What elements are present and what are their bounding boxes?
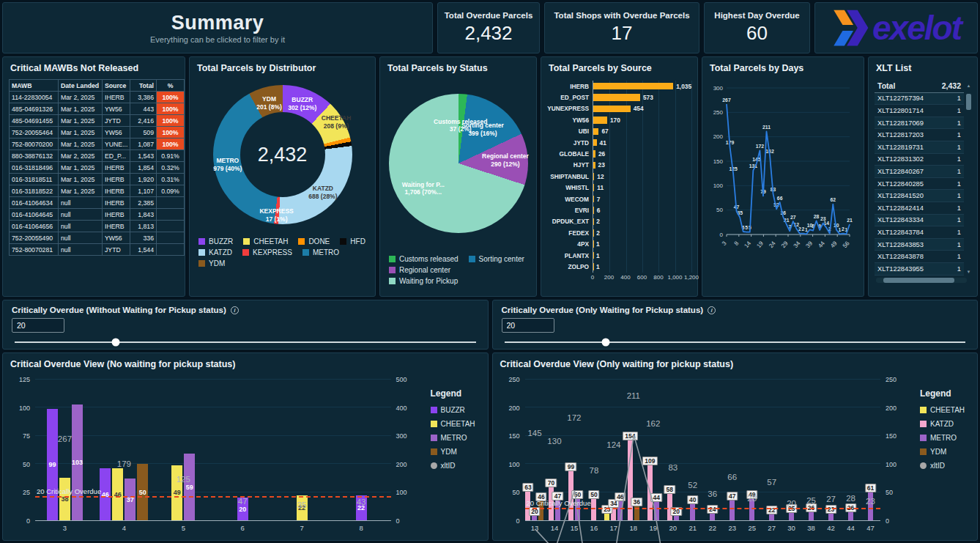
table-row[interactable]: 016-31818511Mar 1, 2025IHERB1,9200.31%: [10, 174, 185, 185]
xlt-row[interactable]: XLT1228438781: [875, 251, 964, 263]
bar[interactable]: [593, 162, 595, 169]
slice-label-ydm: YDM 201 (8%): [256, 95, 282, 111]
table-row[interactable]: 752-20055490nullYW56336: [10, 232, 185, 244]
legend-item-cheetah[interactable]: CHEETAH: [243, 237, 288, 245]
legend-item-metro[interactable]: METRO: [920, 434, 973, 442]
legend-item-buzzr[interactable]: BUZZR: [431, 406, 483, 414]
table-row[interactable]: 016-41064645nullIHERB1,843: [10, 209, 185, 221]
legend-item-hfd[interactable]: HFD: [340, 237, 365, 245]
legend-item-ydm[interactable]: YDM: [198, 259, 225, 267]
scrollbar-thumb[interactable]: [966, 94, 971, 110]
bar[interactable]: [593, 117, 607, 124]
legend-item-katzd[interactable]: KATZD: [920, 420, 973, 428]
scroll-down-icon[interactable]: ▼: [966, 270, 971, 274]
xlt-row[interactable]: XLT1228438531: [875, 238, 964, 251]
xlt-row[interactable]: XLT1228017141: [875, 105, 964, 117]
source-x-axis: 02004006008001,0001,200: [593, 274, 691, 284]
xlt-count-cell: 1: [919, 238, 964, 251]
xlt-row[interactable]: XLT1228437841: [875, 226, 964, 239]
table-row[interactable]: 752-20055464Mar 1, 2025YW56509100%: [10, 127, 185, 138]
xlt-row[interactable]: XLT1228402851: [875, 177, 964, 190]
gridline: [658, 216, 659, 227]
bar[interactable]: [593, 139, 597, 147]
table-row[interactable]: 485-04691455Mar 1, 2025JYTD2,416100%: [10, 115, 185, 127]
y-tick-label: 125: [19, 376, 30, 383]
xlt-row[interactable]: XLT1228433341: [875, 214, 964, 226]
legend-item-katzd[interactable]: KATZD: [198, 248, 232, 256]
legend-item-xltid[interactable]: xltID: [431, 462, 483, 470]
legend-item-xltid[interactable]: xltID: [920, 462, 973, 470]
xltid-line[interactable]: [35, 380, 391, 543]
legend-item-cheetah[interactable]: CHEETAH: [920, 406, 973, 414]
info-icon[interactable]: i: [231, 306, 239, 314]
scrollbar-thumb[interactable]: [883, 278, 954, 283]
legend-swatch: [920, 407, 927, 413]
slider-handle[interactable]: [112, 339, 120, 347]
table-row[interactable]: 752-80070281nullJYTD1,544: [10, 244, 185, 256]
legend-item-sorting-center[interactable]: Sorting center: [469, 255, 524, 263]
xlt-row[interactable]: XLT1228313021: [875, 153, 964, 166]
bar[interactable]: [593, 94, 640, 101]
gridline: [691, 204, 692, 215]
slider-handle[interactable]: [601, 339, 609, 347]
legend-item-metro[interactable]: METRO: [431, 434, 483, 442]
info-icon[interactable]: i: [708, 306, 716, 314]
legend-title: Legend: [431, 388, 483, 399]
table-row[interactable]: 016-31818496Mar 1, 2025IHERB1,8540.32%: [10, 162, 185, 174]
legend-item-waiting-for-pickup[interactable]: Waiting for Pickup: [389, 277, 458, 285]
xlt-row[interactable]: XLT1228197311: [875, 141, 964, 153]
threshold-input[interactable]: [502, 318, 554, 333]
kpi-total-shops-overdue[interactable]: Total Shops with Overdue Parcels 17: [544, 2, 699, 53]
bar[interactable]: [593, 83, 673, 90]
xlt-row[interactable]: XLT1228439551: [875, 262, 964, 275]
xlt-row[interactable]: XLT1228424141: [875, 202, 964, 214]
bar[interactable]: [593, 150, 595, 158]
xlt-row[interactable]: XLT1228415201: [875, 190, 964, 202]
legend-item-metro[interactable]: METRO: [302, 248, 339, 256]
legend-item-cheetah[interactable]: CHEETAH: [431, 420, 483, 428]
xlt-row[interactable]: XLT1227573941: [875, 92, 964, 105]
threshold-input[interactable]: [12, 318, 64, 333]
xlt-row[interactable]: XLT1228402671: [875, 166, 964, 178]
bar[interactable]: [593, 106, 631, 113]
table-row[interactable]: 880-38876132Mar 2, 2025ED_P...1,5430.91%: [10, 150, 185, 162]
xlt-horizontal-scrollbar[interactable]: [876, 278, 967, 283]
bar-value-label: 1: [596, 263, 600, 270]
xlt-row[interactable]: XLT1228170691: [875, 117, 964, 129]
bar[interactable]: [593, 128, 598, 136]
scroll-up-icon[interactable]: ▲: [966, 84, 971, 88]
legend-item-customs-released[interactable]: Customs released: [389, 255, 459, 263]
threshold-slider[interactable]: [505, 341, 966, 343]
bar[interactable]: [593, 173, 594, 180]
legend-item-buzzr[interactable]: BUZZR: [198, 237, 233, 245]
line-value-label: 23: [866, 497, 875, 506]
bar[interactable]: [593, 196, 594, 203]
legend-item-ydm[interactable]: YDM: [431, 448, 483, 456]
table-row[interactable]: 016-31818522Mar 1, 2025IHERB1,1070.09%: [10, 185, 185, 197]
legend-item-kexpress[interactable]: KEXPRESS: [242, 248, 292, 256]
table-row[interactable]: 016-41064656nullIHERB1,813: [10, 221, 185, 232]
legend-item-ydm[interactable]: YDM: [920, 448, 973, 456]
xltid-line[interactable]: [525, 380, 881, 543]
kpi-highest-day-overdue[interactable]: Highest Day Overdue 60: [704, 2, 810, 53]
bar[interactable]: [593, 184, 594, 191]
days-line-chart[interactable]: 0501001502002503002671791254735655131145…: [705, 78, 861, 283]
table-cell: 3,386: [130, 92, 157, 103]
bar[interactable]: [593, 207, 594, 214]
xlt-vertical-scrollbar[interactable]: ▲ ▼: [966, 81, 971, 276]
table-row[interactable]: 752-80070200Mar 1, 2025YUNE...1,087100%: [10, 138, 185, 150]
legend-item-done[interactable]: DONE: [298, 237, 330, 245]
table-row[interactable]: 016-41064634nullIHERB2,385: [10, 197, 185, 209]
table-row[interactable]: 485-04691326Mar 1, 2025YW56443100%: [10, 103, 185, 115]
gridline: [642, 160, 643, 171]
threshold-slider[interactable]: [15, 341, 476, 343]
kpi-total-overdue-parcels[interactable]: Total Overdue Parcels 2,432: [437, 2, 540, 53]
line-value-label: 28: [846, 494, 855, 503]
xlt-row[interactable]: XLT1228172031: [875, 129, 964, 141]
threshold-label: 20 Critically Overdue: [527, 499, 591, 507]
xlt-count-cell: 1: [919, 177, 964, 190]
table-row[interactable]: 114-22830054Mar 2, 2025IHERB3,386100%: [10, 92, 185, 103]
svg-text:56: 56: [842, 240, 851, 249]
gridline: [658, 126, 659, 137]
legend-item-regional-center[interactable]: Regional center: [389, 266, 450, 274]
